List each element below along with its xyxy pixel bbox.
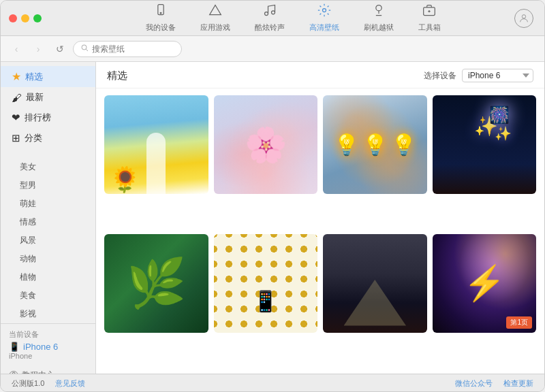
svg-point-1 — [160, 12, 161, 14]
help-label: 教程中心 — [22, 370, 54, 374]
wallpapers-icon — [317, 3, 331, 20]
nav-tabs: 我的设备 应用游戏 酷炫铃声 — [42, 1, 544, 35]
apps-games-icon — [208, 3, 222, 20]
tab-wallpapers[interactable]: 高清壁纸 — [297, 1, 352, 35]
wallpaper-item-2[interactable]: 🌸 — [214, 95, 318, 194]
sidebar-sub-plants[interactable]: 植物 — [1, 268, 95, 287]
update-link[interactable]: 检查更新 — [503, 378, 533, 389]
sidebar-item-featured[interactable]: ★ 精选 — [1, 66, 95, 87]
jailbreak-icon — [372, 3, 386, 20]
account-button[interactable] — [514, 9, 533, 28]
device-selector: 选择设备 iPhone 6 iPhone 6 Plus iPhone 5s iP… — [424, 69, 533, 82]
device-selector-label: 选择设备 — [424, 70, 456, 82]
wallpaper-grid: 🌻 🌸 💡 💡 💡 ✨ — [96, 88, 544, 374]
status-bar: 公测版1.0 意见反馈 微信公众号 检查更新 — [1, 374, 544, 392]
content-area: 精选 选择设备 iPhone 6 iPhone 6 Plus iPhone 5s… — [96, 62, 544, 374]
sidebar-sub-emotion[interactable]: 情感 — [1, 213, 95, 231]
sidebar-sub-food[interactable]: 美食 — [1, 287, 95, 305]
wallpaper-item-1[interactable]: 🌻 — [104, 95, 208, 194]
sidebar-ranking-label: 排行榜 — [25, 112, 51, 124]
tab-apps-games[interactable]: 应用游戏 — [188, 1, 243, 35]
sidebar-help[interactable]: ? 教程中心 — [1, 365, 95, 374]
svg-point-6 — [375, 5, 381, 11]
sidebar-item-latest[interactable]: 🖌 最新 — [1, 87, 95, 108]
current-device-label: 当前设备 — [9, 329, 87, 340]
sidebar-latest-label: 最新 — [26, 91, 44, 103]
tab-my-device[interactable]: 我的设备 — [134, 1, 188, 35]
svg-point-11 — [82, 45, 87, 50]
sidebar-sub-scenery[interactable]: 风景 — [1, 231, 95, 250]
ringtones-icon — [263, 3, 277, 20]
svg-marker-2 — [209, 5, 221, 15]
sidebar-sub-categories: 美女 型男 萌娃 情感 风景 动物 植物 美食 影视 — [1, 158, 95, 323]
device-name: iPhone 6 — [23, 342, 58, 352]
tab-wallpapers-label: 高清壁纸 — [309, 22, 339, 33]
wallpaper-item-7[interactable] — [323, 234, 427, 333]
ranking-icon: ❤ — [12, 112, 20, 124]
tab-toolbox[interactable]: 工具箱 — [406, 1, 453, 35]
refresh-button[interactable]: ↺ — [51, 40, 69, 58]
status-right: 微信公众号 检查更新 — [455, 378, 533, 389]
back-button[interactable]: ‹ — [7, 40, 25, 58]
svg-point-10 — [522, 14, 525, 18]
sidebar-item-ranking[interactable]: ❤ 排行榜 — [1, 108, 95, 128]
tab-my-device-label: 我的设备 — [146, 22, 176, 33]
tab-jailbreak-label: 刷机越狱 — [364, 22, 394, 33]
toolbar: ‹ › ↺ — [1, 36, 544, 62]
search-icon — [80, 44, 89, 54]
help-icon: ? — [9, 371, 18, 374]
maximize-button[interactable] — [33, 14, 42, 22]
wallpaper-item-4[interactable]: ✨ ✨ 🎆 — [433, 95, 537, 194]
svg-point-4 — [271, 11, 275, 14]
categories-icon: ⊞ — [12, 132, 20, 144]
wallpaper-item-6[interactable]: 📱 — [214, 234, 318, 333]
tab-ringtones[interactable]: 酷炫铃声 — [243, 1, 297, 35]
content-header: 精选 选择设备 iPhone 6 iPhone 6 Plus iPhone 5s… — [96, 62, 544, 88]
toolbox-icon — [422, 3, 436, 20]
sidebar-item-categories[interactable]: ⊞ 分类 — [1, 128, 95, 148]
featured-icon: ★ — [12, 70, 21, 83]
sidebar-sub-kids[interactable]: 萌娃 — [1, 195, 95, 213]
device-type: iPhone — [9, 352, 87, 360]
title-bar: 我的设备 应用游戏 酷炫铃声 — [1, 1, 544, 36]
feedback-link[interactable]: 意见反馈 — [55, 378, 85, 389]
sidebar-categories-label: 分类 — [25, 132, 42, 144]
sidebar-sub-animals[interactable]: 动物 — [1, 250, 95, 268]
sidebar-sub-media[interactable]: 影视 — [1, 305, 95, 323]
sidebar-main-nav: ★ 精选 🖌 最新 ❤ 排行榜 ⊞ 分类 — [1, 62, 95, 152]
wallpaper-badge-8: 第1页 — [506, 316, 532, 329]
tab-jailbreak[interactable]: 刷机越狱 — [352, 1, 406, 35]
search-box — [73, 41, 182, 57]
device-select[interactable]: iPhone 6 iPhone 6 Plus iPhone 5s iPhone … — [462, 69, 533, 82]
search-input[interactable] — [92, 44, 174, 54]
sidebar-featured-label: 精选 — [25, 71, 43, 83]
window-controls — [1, 14, 42, 22]
forward-button[interactable]: › — [29, 40, 47, 58]
wallpaper-item-8[interactable]: ⚡ 第1页 — [433, 234, 537, 333]
content-title: 精选 — [107, 69, 127, 82]
tab-ringtones-label: 酷炫铃声 — [255, 22, 285, 33]
tab-apps-games-label: 应用游戏 — [200, 22, 230, 33]
wechat-link[interactable]: 微信公众号 — [455, 378, 493, 389]
version-label: 公测版1.0 — [12, 378, 44, 389]
latest-icon: 🖌 — [12, 92, 22, 103]
sidebar-device-info: 当前设备 📱 iPhone 6 iPhone — [1, 323, 95, 365]
my-device-icon — [154, 3, 168, 20]
svg-point-5 — [322, 9, 326, 12]
svg-point-3 — [264, 12, 268, 16]
sidebar: ★ 精选 🖌 最新 ❤ 排行榜 ⊞ 分类 美女 型男 萌娃 情感 风景 动物 — [1, 62, 96, 374]
sidebar-sub-beauty[interactable]: 美女 — [1, 158, 95, 176]
wallpaper-item-5[interactable]: 🌿 — [104, 234, 208, 333]
sidebar-sub-men[interactable]: 型男 — [1, 176, 95, 195]
status-left: 公测版1.0 意见反馈 — [12, 378, 85, 389]
minimize-button[interactable] — [21, 14, 29, 22]
wallpaper-item-3[interactable]: 💡 💡 💡 — [323, 95, 427, 194]
tab-toolbox-label: 工具箱 — [418, 22, 441, 33]
svg-line-12 — [86, 49, 88, 51]
phone-icon: 📱 — [9, 342, 20, 352]
main-layout: ★ 精选 🖌 最新 ❤ 排行榜 ⊞ 分类 美女 型男 萌娃 情感 风景 动物 — [1, 62, 544, 374]
close-button[interactable] — [9, 14, 17, 22]
